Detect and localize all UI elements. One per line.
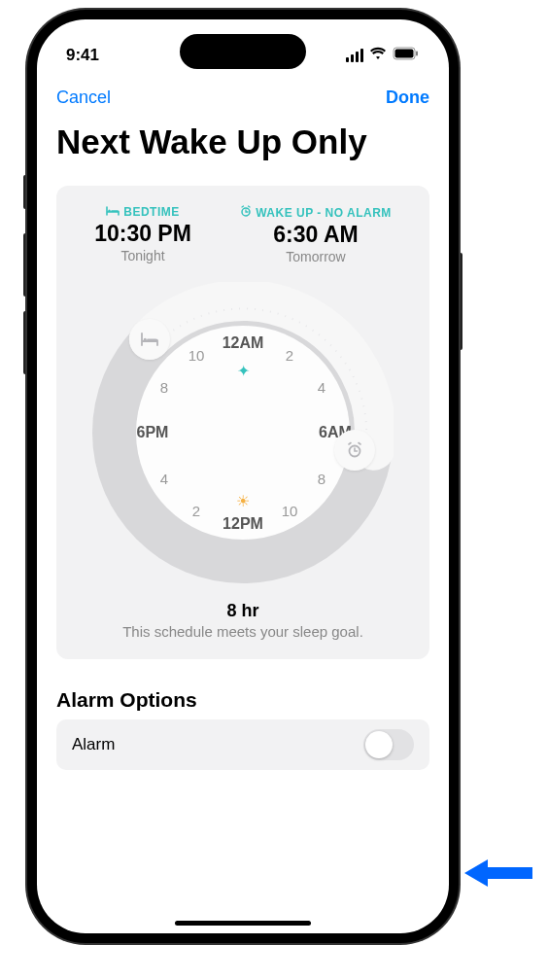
bedtime-time: 10:30 PM	[94, 221, 191, 247]
wakeup-day: Tomorrow	[240, 249, 392, 264]
alarm-options-title: Alarm Options	[37, 659, 449, 719]
schedule-card: BEDTIME 10:30 PM Tonight WAKE UP - NO AL…	[56, 186, 429, 659]
battery-icon	[393, 46, 420, 65]
clock-8: 8	[318, 471, 325, 487]
alarm-icon	[240, 205, 252, 220]
day-sun-icon: ☀	[236, 492, 250, 510]
alarm-toggle[interactable]	[363, 729, 414, 760]
clock-2: 2	[286, 347, 293, 364]
page-title: Next Wake Up Only	[37, 118, 449, 186]
clock-22: 10	[188, 347, 205, 364]
wakeup-column: WAKE UP - NO ALARM 6:30 AM Tomorrow	[240, 205, 392, 264]
svg-rect-1	[395, 49, 414, 57]
home-indicator[interactable]	[175, 921, 311, 926]
clock-4: 4	[318, 379, 325, 396]
alarm-option-row: Alarm	[56, 719, 429, 770]
wakeup-time: 6:30 AM	[240, 222, 392, 248]
sleep-goal-message: This schedule meets your sleep goal.	[70, 623, 416, 640]
phone-frame: 9:41 Cancel Done Next Wake Up Only	[27, 10, 459, 943]
cancel-button[interactable]: Cancel	[56, 88, 111, 108]
bedtime-column: BEDTIME 10:30 PM Tonight	[94, 205, 191, 264]
cellular-icon	[346, 49, 363, 62]
svg-rect-2	[416, 51, 418, 55]
clock-16: 4	[160, 471, 168, 487]
clock-12pm: 12PM	[223, 515, 263, 533]
night-star-icon: ✦	[237, 362, 250, 380]
nav-bar: Cancel Done	[37, 73, 449, 118]
wifi-icon	[369, 46, 387, 65]
done-button[interactable]: Done	[386, 88, 429, 108]
clock-12am: 12AM	[223, 334, 264, 352]
clock-20: 8	[160, 379, 168, 396]
clock-10: 10	[282, 503, 298, 519]
sleep-duration: 8 hr	[70, 601, 416, 621]
wakeup-handle[interactable]	[334, 430, 375, 471]
status-time: 9:41	[66, 46, 99, 65]
bedtime-label: BEDTIME	[123, 205, 180, 219]
screen: 9:41 Cancel Done Next Wake Up Only	[37, 19, 449, 933]
bedtime-day: Tonight	[94, 248, 191, 263]
wakeup-label: WAKE UP - NO ALARM	[256, 206, 392, 220]
alarm-row-label: Alarm	[72, 735, 115, 754]
sleep-summary: 8 hr This schedule meets your sleep goal…	[70, 601, 416, 640]
bed-icon	[106, 205, 120, 219]
clock-6pm: 6PM	[137, 424, 169, 441]
sleep-dial[interactable]: 12AM 2 4 6AM 8 10 12PM 2 4 6PM 8 10 ✦ ☀	[92, 282, 394, 583]
dynamic-island	[180, 34, 306, 69]
bedtime-handle[interactable]	[129, 319, 170, 360]
callout-arrow-icon	[464, 856, 534, 894]
clock-14: 2	[192, 503, 200, 519]
